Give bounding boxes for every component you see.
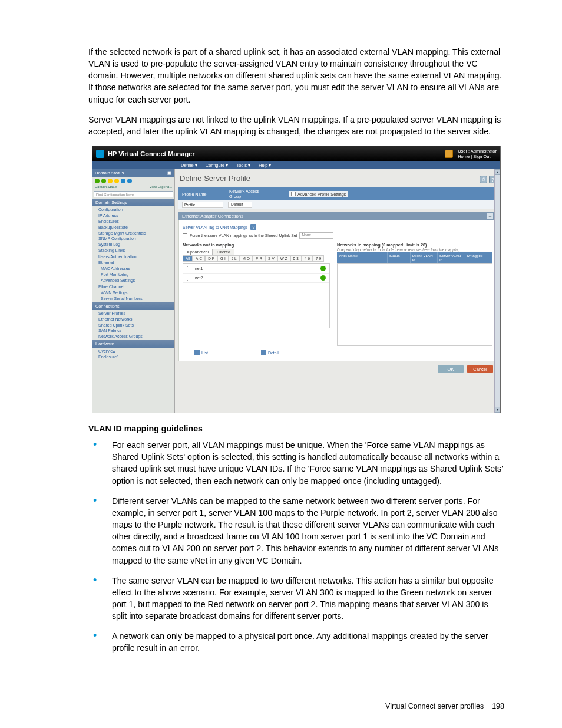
- sidebar-item-eth-networks[interactable]: Ethernet Networks: [92, 316, 174, 322]
- networks-not-mapped-list: net1 net2: [183, 263, 330, 328]
- drag-handle-icon[interactable]: [187, 266, 191, 271]
- sidebar-item-syslog[interactable]: System Log: [92, 242, 174, 248]
- sidebar-item-adv[interactable]: Advanced Settings: [92, 277, 174, 283]
- alpha-79[interactable]: 7-9: [313, 255, 324, 262]
- status-legend: Domain Status View Legend...: [92, 185, 174, 190]
- menu-define[interactable]: Define ▾: [181, 163, 197, 168]
- view-legend-link[interactable]: View Legend...: [150, 185, 172, 189]
- guideline-item: For each server port, all VLAN mappings …: [110, 439, 504, 487]
- col-vnet: VNet Name: [337, 252, 388, 263]
- view-toggle-row: List Detail: [183, 348, 492, 357]
- collapse-icon[interactable]: –: [487, 213, 493, 219]
- list-icon: [194, 350, 200, 355]
- sidebar-section-hardware[interactable]: Hardware: [92, 340, 174, 348]
- user-info: User : Administrator Home | Sign Out: [458, 149, 497, 159]
- sidebar-item-mac[interactable]: MAC Addresses: [92, 266, 174, 272]
- cancel-button[interactable]: Cancel: [467, 365, 493, 373]
- find-config-input[interactable]: Find Configuration Items: [94, 191, 173, 197]
- menu-help[interactable]: Help ▾: [259, 163, 272, 168]
- sidebar-item-snmp[interactable]: SNMP Configuration: [92, 236, 174, 242]
- alpha-df[interactable]: D-F: [205, 255, 217, 262]
- alpha-filter-row: All A-C D-F G-I J-L M-O P-R S-V W-Z 0-3: [183, 255, 330, 262]
- scrollbar[interactable]: ▴ ▾: [494, 169, 500, 413]
- scroll-down-icon[interactable]: ▾: [495, 407, 501, 413]
- alpha-pr[interactable]: P-R: [253, 255, 265, 262]
- status-warn-icon: [114, 179, 119, 183]
- sidebar-item-storage-creds[interactable]: Storage Mgmt Credentials: [92, 230, 174, 236]
- domain-status-header: Domain Status ▣: [92, 169, 174, 177]
- alpha-03[interactable]: 0-3: [290, 255, 302, 262]
- mapping-table-header: VNet Name Status Uplink VLAN Id Server V…: [337, 252, 492, 263]
- print-icon[interactable]: ⎙: [480, 176, 487, 183]
- mapping-table-body[interactable]: [337, 263, 492, 346]
- domain-status-text: Domain Status: [95, 185, 117, 189]
- help-icon[interactable]: ?: [250, 224, 256, 230]
- sidebar-item-enclosure1[interactable]: Enclosure1: [92, 354, 174, 360]
- vcm-screenshot: HP Virtual Connect Manager User : Admini…: [92, 146, 501, 413]
- sidebar-item-nag[interactable]: Network Access Groups: [92, 334, 174, 340]
- checkbox-icon[interactable]: [291, 192, 296, 196]
- sidebar-item-ip-address[interactable]: IP Address: [92, 213, 174, 219]
- menu-tools[interactable]: Tools ▾: [236, 163, 250, 168]
- ok-button[interactable]: OK: [438, 365, 464, 373]
- sidebar-item-ethernet[interactable]: Ethernet: [92, 259, 174, 265]
- menu-configure[interactable]: Configure ▾: [206, 163, 229, 168]
- status-ok-icon: [101, 179, 106, 183]
- profile-bar: Profile Name Network Access Group Advanc…: [178, 187, 497, 200]
- sidebar-item-enclosures[interactable]: Enclosures: [92, 219, 174, 225]
- alpha-jl[interactable]: J-L: [229, 255, 240, 262]
- sidebar-item-backup[interactable]: Backup/Restore: [92, 224, 174, 230]
- home-link[interactable]: Home: [458, 154, 470, 159]
- alpha-ac[interactable]: A-C: [193, 255, 205, 262]
- main-panel: Define Server Profile ⎙ ? Profile Name N…: [175, 169, 500, 413]
- sidebar-section-domain-settings[interactable]: Domain Settings: [92, 199, 174, 206]
- menubar: Define ▾ Configure ▾ Tools ▾ Help ▾: [92, 161, 500, 169]
- sidebar-item-wwn[interactable]: WWN Settings: [92, 290, 174, 296]
- in-mapping-title: Networks in mapping (0 mapped; limit is …: [337, 242, 492, 248]
- view-list-button[interactable]: List: [194, 350, 208, 355]
- collapse-icon[interactable]: ▣: [167, 170, 172, 176]
- status-ok-icon: [320, 266, 326, 271]
- view-detail-button[interactable]: Detail: [261, 350, 279, 355]
- force-vlan-dropdown[interactable]: None: [299, 232, 333, 239]
- alpha-wz[interactable]: W-Z: [277, 255, 290, 262]
- footer-section: Virtual Connect server profiles: [385, 702, 484, 710]
- sidebar-item-users-auth[interactable]: Users/Authentication: [92, 253, 174, 259]
- sidebar-item-overview[interactable]: Overview: [92, 348, 174, 354]
- alpha-mo[interactable]: M-O: [240, 255, 253, 262]
- sidebar-section-connections[interactable]: Connections: [92, 302, 174, 310]
- eac-body: Server VLAN Tag to vNet Mappings ? Force…: [178, 220, 497, 361]
- signout-link[interactable]: Sign Out: [473, 154, 490, 159]
- app-title: HP Virtual Connect Manager: [108, 150, 195, 157]
- list-item[interactable]: net1: [183, 264, 329, 274]
- domain-status-label: Domain Status: [95, 170, 124, 176]
- tab-filtered[interactable]: Filtered: [213, 249, 234, 255]
- col-server-vlan: Server VLAN Id: [438, 252, 465, 263]
- sidebar-item-shared-uplink[interactable]: Shared Uplink Sets: [92, 322, 174, 328]
- sidebar-item-configuration[interactable]: Configuration: [92, 207, 174, 213]
- alpha-46[interactable]: 4-6: [302, 255, 313, 262]
- alpha-gi[interactable]: G-I: [217, 255, 229, 262]
- advanced-settings-checkbox[interactable]: Advanced Profile Settings: [289, 191, 348, 197]
- force-vlan-checkbox[interactable]: [183, 233, 187, 238]
- drag-handle-icon[interactable]: [187, 276, 191, 281]
- sidebar-item-server-profiles[interactable]: Server Profiles: [92, 311, 174, 317]
- list-item[interactable]: net2: [183, 274, 329, 283]
- scroll-up-icon[interactable]: ▴: [495, 169, 501, 175]
- tab-alphabetical[interactable]: Alphabetical: [183, 249, 213, 255]
- hp-logo-icon: [96, 150, 104, 158]
- sidebar-item-port-mon[interactable]: Port Monitoring: [92, 272, 174, 278]
- nag-label: Network Access Group: [229, 189, 272, 199]
- guideline-item: Different server VLANs can be mapped to …: [110, 495, 504, 566]
- sidebar-item-stacking[interactable]: Stacking Links: [92, 248, 174, 253]
- col-untagged: Untagged: [465, 252, 492, 263]
- alpha-sv[interactable]: S-V: [265, 255, 277, 262]
- nag-dropdown[interactable]: Default: [228, 202, 252, 208]
- guidelines-heading: VLAN ID mapping guidelines: [88, 424, 504, 433]
- sidebar-item-fibre-channel[interactable]: Fibre Channel: [92, 284, 174, 289]
- profile-name-input[interactable]: [182, 202, 223, 208]
- home-icon[interactable]: [445, 150, 453, 158]
- sidebar-item-serial[interactable]: Server Serial Numbers: [92, 296, 174, 302]
- alpha-all[interactable]: All: [183, 255, 193, 262]
- sidebar-item-san-fabrics[interactable]: SAN Fabrics: [92, 328, 174, 334]
